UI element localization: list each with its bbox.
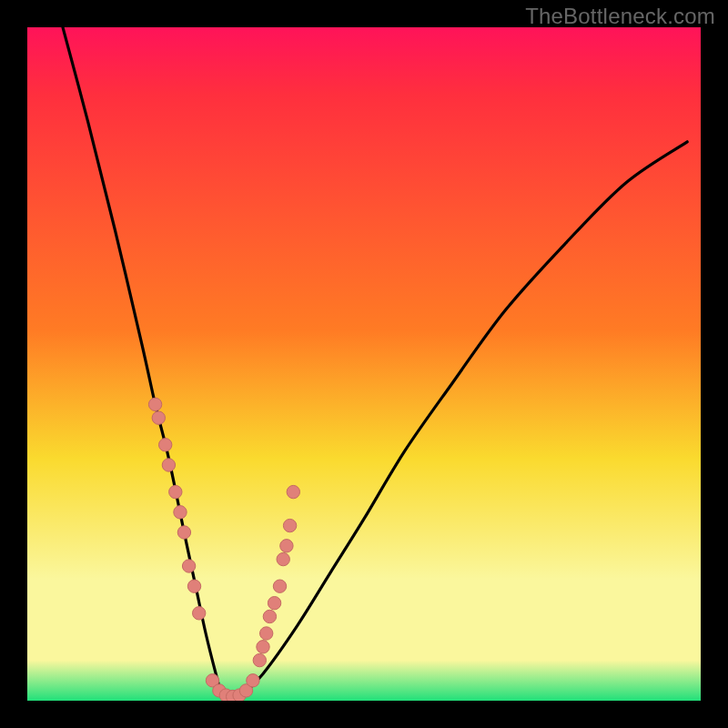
- scatter-dot: [182, 560, 195, 572]
- chart-svg: [27, 27, 701, 701]
- scatter-dot: [159, 439, 172, 451]
- scatter-dot: [287, 485, 299, 498]
- watermark-label: TheBottleneck.com: [525, 4, 715, 29]
- scatter-dot: [257, 641, 269, 653]
- scatter-dot: [174, 506, 187, 519]
- scatter-dot: [177, 526, 190, 539]
- scatter-dot: [268, 597, 280, 610]
- scatter-dot: [277, 552, 289, 565]
- scatter-dot: [193, 607, 206, 620]
- scatter-dot: [187, 580, 200, 592]
- scatter-dot: [263, 610, 276, 622]
- scatter-dot: [280, 540, 293, 552]
- chart-frame: TheBottleneck.com: [0, 0, 728, 728]
- scatter-dot: [253, 653, 266, 666]
- scatter-dot: [148, 398, 161, 410]
- chart-plot-area: [27, 27, 701, 701]
- bottleneck-curve: [61, 27, 687, 701]
- scatter-dot: [260, 627, 273, 640]
- scatter-dot: [273, 580, 286, 592]
- scatter-dot: [162, 459, 175, 471]
- scatter-dot: [283, 519, 296, 531]
- scatter-dot: [247, 674, 259, 687]
- scatter-dot: [152, 411, 165, 424]
- scatter-dot: [169, 485, 182, 498]
